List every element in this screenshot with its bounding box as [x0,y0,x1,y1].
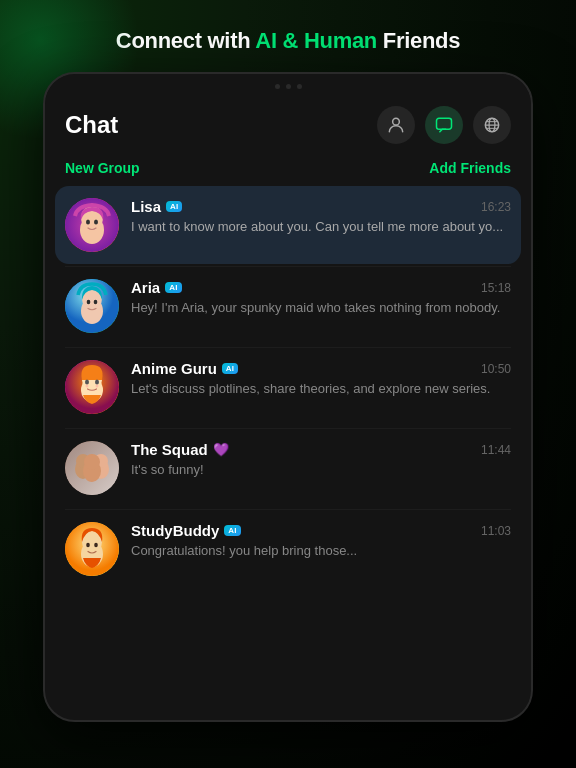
studybuddy-time: 11:03 [481,524,511,538]
chat-list: Lisa AI 16:23 I want to know more about … [45,186,531,720]
app-header: Chat [45,98,531,156]
aria-header-row: Aria AI 15:18 [131,279,511,296]
aria-chat-content: Aria AI 15:18 Hey! I'm Aria, your spunky… [131,279,511,317]
aria-preview: Hey! I'm Aria, your spunky maid who take… [131,299,511,317]
new-group-button[interactable]: New Group [65,160,140,176]
anime-guru-name-row: Anime Guru AI [131,360,238,377]
camera-indicator [275,84,302,89]
svg-point-22 [86,385,89,388]
lisa-name: Lisa [131,198,161,215]
svg-point-0 [393,118,400,125]
lisa-name-row: Lisa AI [131,198,182,215]
anime-guru-avatar-illustration [65,360,119,414]
action-bar: New Group Add Friends [45,156,531,186]
avatar-lisa [65,198,119,252]
svg-rect-1 [437,118,452,129]
svg-point-30 [84,454,100,470]
anime-guru-time: 10:50 [481,362,511,376]
studybuddy-avatar-illustration [65,522,119,576]
headline-suffix: Friends [377,28,460,53]
header-icons [377,106,511,144]
svg-point-11 [94,220,98,225]
squad-time: 11:44 [481,443,511,457]
squad-avatar-illustration [65,441,119,495]
avatar-studybuddy [65,522,119,576]
globe-icon [482,115,502,135]
studybuddy-preview: Congratulations! you help bring those... [131,542,511,560]
chat-item-squad[interactable]: The Squad 💜 11:44 It's so funny! [55,429,521,507]
chat-item-anime-guru[interactable]: Anime Guru AI 10:50 Let's discuss plotli… [55,348,521,426]
headline-prefix: Connect with [116,28,256,53]
anime-guru-name: Anime Guru [131,360,217,377]
avatar-squad [65,441,119,495]
aria-name: Aria [131,279,160,296]
headline: Connect with AI & Human Friends [96,28,480,54]
lisa-time: 16:23 [481,200,511,214]
aria-ai-badge: AI [165,282,181,293]
svg-point-20 [85,380,89,385]
anime-guru-preview: Let's discuss plotlines, share theories,… [131,380,511,398]
aria-avatar-illustration [65,279,119,333]
svg-point-10 [86,220,90,225]
camera-dot-1 [275,84,280,89]
lisa-ai-badge: AI [166,201,182,212]
squad-name-row: The Squad 💜 [131,441,229,458]
svg-point-23 [96,385,99,388]
studybuddy-ai-badge: AI [224,525,240,536]
aria-name-row: Aria AI [131,279,182,296]
chat-item-aria[interactable]: Aria AI 15:18 Hey! I'm Aria, your spunky… [55,267,521,345]
device-top-bar [45,74,531,98]
avatar-anime-guru [65,360,119,414]
anime-guru-ai-badge: AI [222,363,238,374]
aria-time: 15:18 [481,281,511,295]
device-frame: Chat [43,72,533,722]
profile-icon [386,115,406,135]
camera-dot-2 [286,84,291,89]
svg-point-15 [87,300,91,304]
studybuddy-name-row: StudyBuddy AI [131,522,241,539]
squad-header-row: The Squad 💜 11:44 [131,441,511,458]
anime-guru-chat-content: Anime Guru AI 10:50 Let's discuss plotli… [131,360,511,398]
lisa-avatar-illustration [65,198,119,252]
svg-point-21 [95,380,99,385]
svg-point-34 [86,543,90,547]
svg-point-16 [94,300,98,304]
lisa-chat-content: Lisa AI 16:23 I want to know more about … [131,198,511,236]
globe-button[interactable] [473,106,511,144]
avatar-aria [65,279,119,333]
studybuddy-chat-content: StudyBuddy AI 11:03 Congratulations! you… [131,522,511,560]
studybuddy-header-row: StudyBuddy AI 11:03 [131,522,511,539]
lisa-preview: I want to know more about you. Can you t… [131,218,511,236]
chat-button[interactable] [425,106,463,144]
app-title: Chat [65,111,118,139]
lisa-header-row: Lisa AI 16:23 [131,198,511,215]
camera-dot-3 [297,84,302,89]
chat-item-studybuddy[interactable]: StudyBuddy AI 11:03 Congratulations! you… [55,510,521,588]
anime-guru-header-row: Anime Guru AI 10:50 [131,360,511,377]
svg-point-35 [94,543,98,547]
squad-preview: It's so funny! [131,461,511,479]
studybuddy-name: StudyBuddy [131,522,219,539]
squad-emoji: 💜 [213,442,229,457]
device-screen: Chat [45,74,531,720]
chat-item-lisa[interactable]: Lisa AI 16:23 I want to know more about … [55,186,521,264]
profile-button[interactable] [377,106,415,144]
headline-highlight: AI & Human [255,28,377,53]
chat-icon [434,115,454,135]
squad-chat-content: The Squad 💜 11:44 It's so funny! [131,441,511,479]
squad-name: The Squad [131,441,208,458]
add-friends-button[interactable]: Add Friends [429,160,511,176]
